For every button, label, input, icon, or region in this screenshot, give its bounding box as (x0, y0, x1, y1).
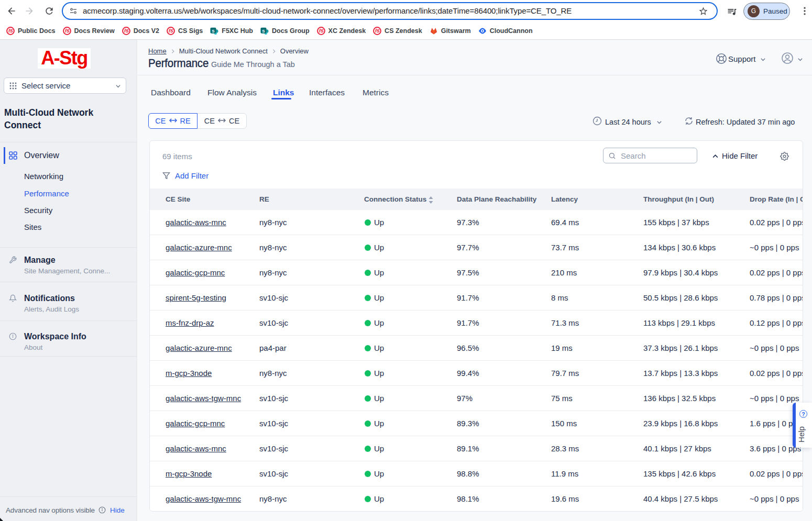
svg-text:S: S (212, 29, 215, 34)
svg-text:f5: f5 (375, 28, 380, 34)
svg-text:f5: f5 (319, 28, 324, 34)
svg-text:S: S (262, 29, 265, 34)
svg-text:f5: f5 (8, 28, 13, 34)
svg-text:f5: f5 (65, 28, 70, 34)
svg-text:f5: f5 (169, 28, 173, 34)
svg-text:f5: f5 (124, 28, 129, 34)
